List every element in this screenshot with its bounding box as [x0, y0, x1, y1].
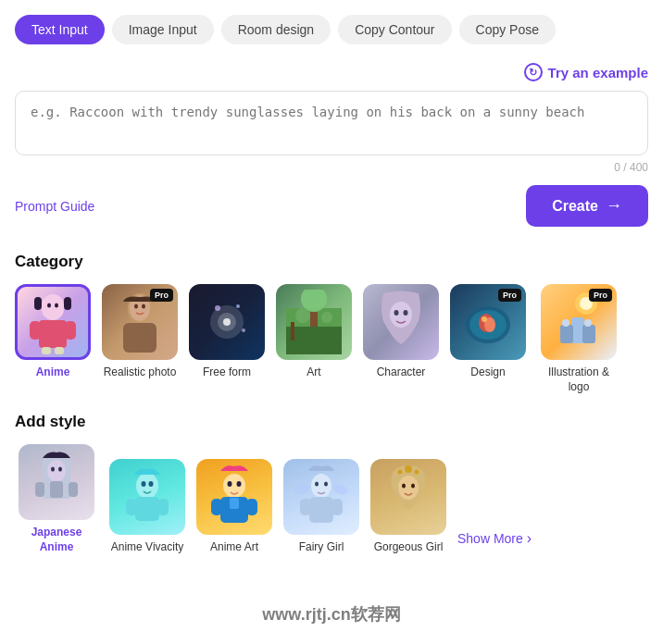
- chevron-right-icon: ›: [527, 530, 532, 547]
- svg-rect-41: [582, 325, 595, 343]
- svg-rect-40: [560, 325, 573, 343]
- svg-point-76: [398, 469, 403, 474]
- svg-point-72: [398, 476, 419, 500]
- prompt-input[interactable]: [31, 105, 632, 138]
- japanese-visual: [19, 444, 94, 520]
- tab-text-input[interactable]: Text Input: [15, 15, 105, 44]
- prompt-input-container: [15, 91, 648, 155]
- svg-point-42: [562, 319, 569, 327]
- svg-point-58: [228, 481, 232, 487]
- pro-badge-design: Pro: [498, 289, 521, 302]
- category-item-realistic[interactable]: Pro Realistic photo: [102, 284, 178, 394]
- category-img-art: [276, 284, 352, 360]
- svg-point-36: [482, 316, 487, 322]
- style-item-japanese-anime[interactable]: Japanese Anime: [15, 444, 98, 554]
- create-label: Create: [552, 198, 598, 215]
- show-more-label: Show More: [457, 531, 523, 546]
- svg-rect-67: [309, 497, 333, 523]
- svg-point-14: [134, 303, 138, 308]
- svg-rect-10: [55, 347, 64, 354]
- svg-rect-63: [230, 498, 239, 509]
- category-label-realistic: Realistic photo: [104, 365, 177, 380]
- vivacity-visual: [109, 459, 185, 535]
- category-img-freeform: [189, 284, 265, 360]
- svg-rect-2: [64, 297, 71, 310]
- svg-point-71: [332, 482, 348, 496]
- category-label-design: Design: [470, 365, 505, 380]
- try-example-button[interactable]: ↻ Try an example: [524, 63, 648, 81]
- svg-point-4: [47, 303, 51, 308]
- svg-rect-12: [123, 323, 156, 353]
- category-img-character: [363, 284, 439, 360]
- svg-point-47: [58, 467, 62, 472]
- category-item-design[interactable]: Pro Design: [450, 284, 526, 394]
- pro-badge-realistic: Pro: [150, 289, 173, 302]
- show-more-button[interactable]: Show More ›: [457, 530, 532, 552]
- style-section: Add style Japanese Anime: [15, 413, 648, 554]
- svg-point-27: [321, 312, 332, 323]
- svg-point-43: [584, 319, 592, 327]
- svg-point-31: [404, 310, 408, 316]
- svg-rect-7: [30, 321, 41, 340]
- category-item-character[interactable]: Character: [363, 284, 439, 394]
- tab-copy-pose[interactable]: Copy Pose: [459, 15, 556, 44]
- svg-rect-8: [65, 321, 76, 340]
- category-label-freeform: Free form: [203, 365, 251, 380]
- anime-visual: [18, 287, 88, 357]
- style-title: Add style: [15, 413, 648, 431]
- action-row: Prompt Guide Create →: [15, 185, 648, 227]
- style-row: Japanese Anime Anime Viva: [15, 444, 648, 554]
- category-item-anime[interactable]: Anime: [15, 284, 91, 394]
- svg-rect-68: [300, 499, 311, 515]
- svg-point-73: [402, 483, 406, 488]
- svg-point-5: [55, 303, 58, 308]
- freeform-visual: [189, 284, 265, 360]
- svg-point-59: [237, 481, 242, 487]
- svg-rect-28: [291, 322, 294, 341]
- create-button[interactable]: Create →: [526, 185, 648, 227]
- category-img-design: Pro: [450, 284, 526, 360]
- svg-point-29: [390, 302, 412, 328]
- watermark: www.rjtj.cn软荐网: [262, 603, 400, 625]
- tab-room-design[interactable]: Room design: [221, 15, 332, 44]
- svg-point-18: [223, 318, 231, 326]
- style-img-anime-art: [196, 459, 272, 535]
- tab-copy-contour[interactable]: Copy Contour: [338, 15, 451, 44]
- category-item-art[interactable]: Art: [276, 284, 352, 394]
- category-item-illustration[interactable]: Pro Illustration & logo: [537, 284, 620, 394]
- character-visual: [363, 284, 439, 360]
- try-example-label: Try an example: [548, 65, 648, 80]
- svg-point-45: [47, 460, 66, 482]
- anime-art-visual: [196, 459, 272, 535]
- svg-point-74: [411, 483, 415, 488]
- svg-rect-50: [69, 482, 78, 497]
- prompt-guide-button[interactable]: Prompt Guide: [15, 199, 94, 214]
- svg-rect-62: [246, 499, 257, 515]
- svg-point-21: [242, 328, 245, 332]
- svg-rect-61: [211, 499, 222, 515]
- svg-point-51: [136, 473, 158, 499]
- category-label-anime: Anime: [36, 365, 70, 380]
- svg-rect-1: [34, 297, 42, 310]
- char-count: 0 / 400: [15, 161, 648, 174]
- style-img-gorgeous: [370, 459, 446, 535]
- svg-point-30: [394, 310, 399, 316]
- style-label-fairy: Fairy Girl: [299, 540, 344, 555]
- style-item-anime-art[interactable]: Anime Art: [196, 459, 272, 555]
- tab-image-input[interactable]: Image Input: [112, 15, 214, 44]
- svg-point-19: [215, 305, 220, 311]
- style-item-fairy-girl[interactable]: Fairy Girl: [283, 459, 359, 555]
- svg-point-53: [149, 481, 154, 487]
- svg-rect-6: [39, 320, 67, 348]
- style-label-gorgeous: Gorgeous Girl: [374, 540, 444, 555]
- category-item-freeform[interactable]: Free form: [189, 284, 265, 394]
- svg-point-20: [236, 304, 240, 308]
- refresh-icon: ↻: [524, 63, 543, 81]
- svg-rect-55: [126, 499, 137, 515]
- gorgeous-visual: [370, 459, 446, 535]
- category-img-realistic: Pro: [102, 284, 178, 360]
- style-item-vivacity[interactable]: Anime Vivacity: [109, 459, 185, 555]
- svg-rect-25: [310, 312, 318, 327]
- style-item-gorgeous-girl[interactable]: Gorgeous Girl: [370, 459, 446, 555]
- fairy-visual: [283, 459, 359, 535]
